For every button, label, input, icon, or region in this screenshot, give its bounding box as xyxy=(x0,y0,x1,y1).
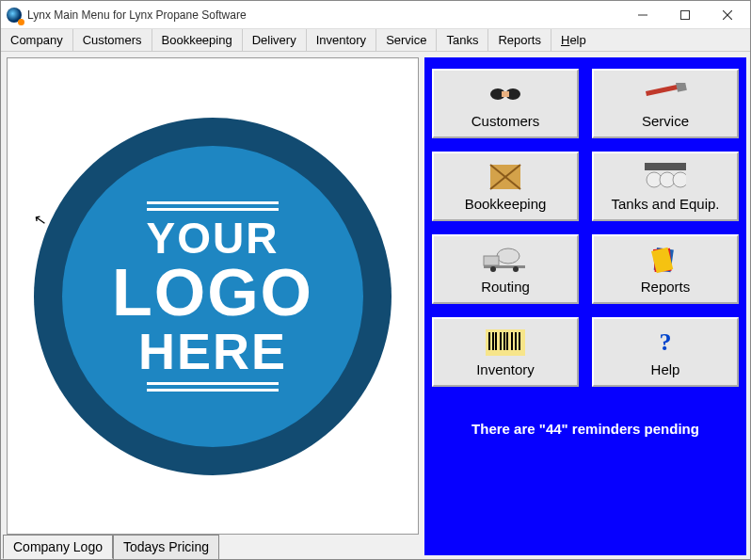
menu-reports[interactable]: Reports xyxy=(488,29,551,51)
svg-point-20 xyxy=(513,266,519,272)
titlebar: Lynx Main Menu for Lynx Propane Software xyxy=(1,1,750,29)
handshake-icon xyxy=(485,79,526,109)
menubar: Company Customers Bookkeeping Delivery I… xyxy=(1,29,750,52)
customers-button[interactable]: Customers xyxy=(432,69,579,138)
cursor-icon: ↖ xyxy=(32,210,47,230)
truck-icon xyxy=(482,245,529,275)
svg-point-16 xyxy=(497,248,519,264)
routing-button[interactable]: Routing xyxy=(432,234,579,304)
menu-help[interactable]: Help xyxy=(551,29,596,51)
tab-company-logo[interactable]: Company Logo xyxy=(3,535,113,559)
main-window: Lynx Main Menu for Lynx Propane Software… xyxy=(0,0,751,560)
svg-rect-18 xyxy=(484,265,525,268)
logo-text-3: HERE xyxy=(138,326,287,376)
routing-label: Routing xyxy=(481,279,530,295)
svg-rect-8 xyxy=(676,83,687,92)
bookkeeping-button[interactable]: Bookkeeping xyxy=(432,152,579,221)
menu-bookkeeping[interactable]: Bookkeeping xyxy=(152,29,243,51)
tab-todays-pricing[interactable]: Todays Pricing xyxy=(113,535,219,559)
close-button[interactable] xyxy=(706,2,748,28)
reports-icon xyxy=(649,245,681,275)
svg-rect-7 xyxy=(646,84,679,95)
app-icon xyxy=(7,8,22,23)
menu-delivery[interactable]: Delivery xyxy=(243,29,307,51)
barcode-icon xyxy=(486,328,525,358)
content-area: ↖ YOUR LOGO HERE Company Logo Todays Pri… xyxy=(1,52,750,559)
maximize-icon xyxy=(680,10,690,20)
ledger-icon xyxy=(488,162,522,192)
close-icon xyxy=(723,10,732,20)
left-pane: ↖ YOUR LOGO HERE Company Logo Todays Pri… xyxy=(1,52,424,559)
logo-placeholder: YOUR LOGO HERE xyxy=(34,118,391,475)
svg-point-19 xyxy=(490,266,496,272)
reminder-count: 44 xyxy=(546,421,562,437)
right-pane: Customers Service Bookkeeping xyxy=(424,57,746,555)
help-label: Help xyxy=(651,361,680,377)
inventory-button[interactable]: Inventory xyxy=(432,317,579,387)
maximize-button[interactable] xyxy=(663,2,706,28)
customers-label: Customers xyxy=(471,113,540,129)
help-button[interactable]: ? Help xyxy=(592,317,739,387)
logo-area: ↖ YOUR LOGO HERE xyxy=(7,57,419,535)
status-text: There are "44" reminders pending xyxy=(432,421,739,437)
svg-rect-6 xyxy=(502,91,509,97)
logo-text-2: LOGO xyxy=(112,260,313,326)
inventory-label: Inventory xyxy=(476,361,535,377)
minimize-button[interactable] xyxy=(621,2,663,28)
reports-label: Reports xyxy=(641,279,691,295)
button-grid: Customers Service Bookkeeping xyxy=(432,69,739,387)
tab-strip: Company Logo Todays Pricing xyxy=(1,535,424,559)
question-icon: ? xyxy=(660,328,672,358)
tanks-label: Tanks and Equip. xyxy=(611,196,719,212)
reports-button[interactable]: Reports xyxy=(592,234,739,304)
window-title: Lynx Main Menu for Lynx Propane Software xyxy=(27,8,621,22)
svg-rect-1 xyxy=(680,10,689,19)
menu-customers[interactable]: Customers xyxy=(73,29,152,51)
tanks-icon xyxy=(645,162,686,192)
menu-inventory[interactable]: Inventory xyxy=(307,29,376,51)
menu-service[interactable]: Service xyxy=(376,29,437,51)
menu-company[interactable]: Company xyxy=(1,29,73,51)
service-button[interactable]: Service xyxy=(592,69,739,138)
wrench-icon xyxy=(642,79,689,109)
window-controls xyxy=(621,2,748,28)
svg-point-15 xyxy=(673,172,686,187)
bookkeeping-label: Bookkeeping xyxy=(465,196,547,212)
minimize-icon xyxy=(638,10,647,20)
svg-rect-12 xyxy=(645,163,686,170)
service-label: Service xyxy=(642,113,689,129)
svg-rect-17 xyxy=(484,256,499,265)
menu-tanks[interactable]: Tanks xyxy=(437,29,488,51)
tanks-button[interactable]: Tanks and Equip. xyxy=(592,152,739,221)
logo-text-1: YOUR xyxy=(147,216,280,260)
